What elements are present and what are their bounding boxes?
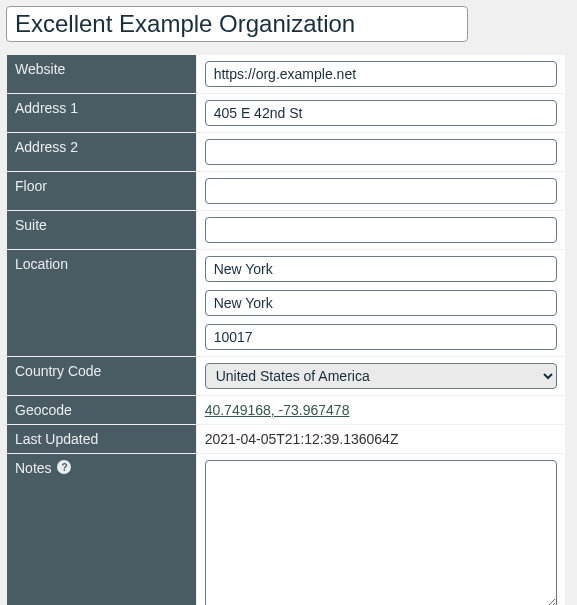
website-input[interactable]: [205, 61, 557, 87]
address2-input[interactable]: [205, 139, 557, 165]
floor-input[interactable]: [205, 178, 557, 204]
last-updated-value: 2021-04-05T21:12:39.136064Z: [196, 425, 565, 454]
country-label: Country Code: [7, 357, 197, 396]
notes-label-cell: Notes ?: [7, 454, 197, 606]
suite-label: Suite: [7, 211, 197, 250]
suite-input[interactable]: [205, 217, 557, 243]
location-label: Location: [7, 250, 197, 357]
organization-name-input[interactable]: [6, 6, 468, 42]
city-input[interactable]: [205, 256, 557, 282]
notes-textarea[interactable]: [205, 460, 557, 605]
country-select[interactable]: United States of America: [205, 363, 557, 389]
state-input[interactable]: [205, 290, 557, 316]
organization-form: Website Address 1 Address 2 Floor Suite …: [6, 54, 566, 605]
last-updated-label: Last Updated: [7, 425, 197, 454]
postal-input[interactable]: [205, 324, 557, 350]
address2-label: Address 2: [7, 133, 197, 172]
address1-input[interactable]: [205, 100, 557, 126]
floor-label: Floor: [7, 172, 197, 211]
notes-label: Notes: [15, 460, 52, 476]
website-label: Website: [7, 55, 197, 94]
geocode-label: Geocode: [7, 396, 197, 425]
help-icon[interactable]: ?: [57, 460, 71, 474]
geocode-link[interactable]: 40.749168, -73.967478: [205, 402, 350, 418]
address1-label: Address 1: [7, 94, 197, 133]
